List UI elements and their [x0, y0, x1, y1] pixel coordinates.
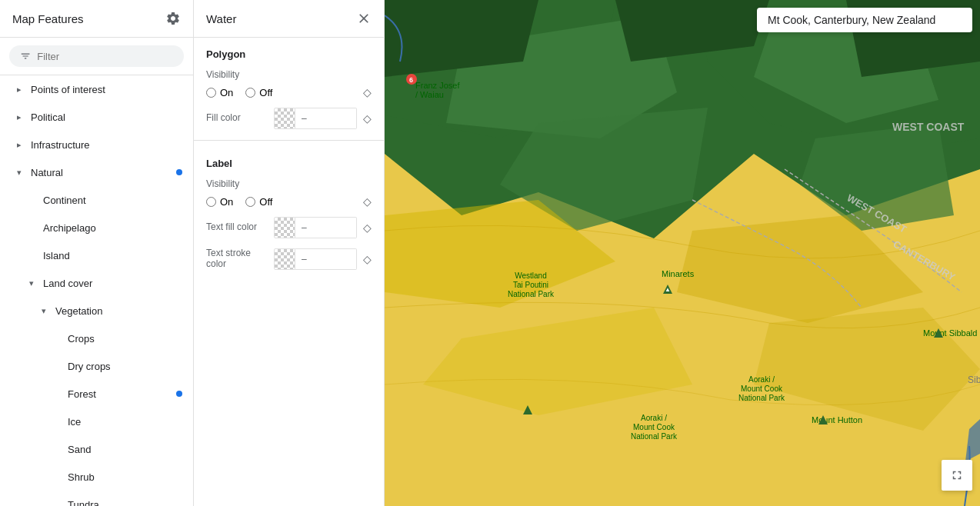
polygon-on-label: On: [220, 87, 233, 98]
sidebar-item-vegetation[interactable]: ▾Vegetation: [0, 297, 193, 325]
sidebar-item-label: Natural: [31, 167, 63, 178]
sidebar-item-land-cover[interactable]: ▾Land cover: [0, 269, 193, 297]
sidebar-item-label: Island: [43, 250, 70, 261]
sidebar-item-island[interactable]: Island: [0, 241, 193, 269]
svg-text:6: 6: [409, 76, 413, 84]
spacer: [49, 442, 63, 456]
sidebar-item-political[interactable]: ▸Political: [0, 103, 193, 131]
sidebar-item-label: Crops: [68, 333, 95, 345]
filter-input-wrap[interactable]: [9, 45, 184, 67]
label-off-label: Off: [259, 196, 272, 208]
svg-text:Aoraki /: Aoraki /: [748, 375, 775, 384]
sidebar-item-label: Infrastructure: [31, 139, 90, 151]
text-stroke-swatch[interactable]: –: [274, 248, 357, 270]
svg-text:/ Waiau: / Waiau: [415, 90, 444, 99]
text-fill-value: –: [295, 217, 357, 238]
sidebar-item-label: Land cover: [43, 278, 92, 289]
text-fill-diamond[interactable]: ◇: [363, 221, 372, 234]
sidebar-item-infrastructure[interactable]: ▸Infrastructure: [0, 131, 193, 158]
svg-text:Mount Cook: Mount Cook: [741, 384, 783, 393]
polygon-off-radio[interactable]: Off: [245, 87, 272, 98]
polygon-visibility-diamond[interactable]: ◇: [363, 86, 372, 98]
sidebar-item-crops[interactable]: Crops: [0, 325, 193, 352]
svg-text:Mount Cook: Mount Cook: [633, 423, 675, 431]
polygon-fill-diamond[interactable]: ◇: [363, 112, 372, 125]
polygon-visibility-label: Visibility: [206, 69, 372, 80]
chevron-down-icon: ▾: [25, 276, 38, 290]
chevron-right-icon: ▸: [12, 138, 26, 151]
svg-text:Mount Sibbald: Mount Sibbald: [923, 328, 977, 338]
polygon-fill-color-label: Fill color: [206, 112, 241, 123]
filter-bar: [0, 38, 193, 75]
label-visibility-label: Visibility: [206, 178, 372, 189]
svg-text:National Park: National Park: [631, 432, 678, 441]
gear-icon: [165, 11, 181, 26]
sidebar-item-label: Ice: [68, 416, 81, 428]
sidebar: Map Features ▸Points of interest▸Politic…: [0, 0, 194, 506]
text-fill-swatch[interactable]: –: [274, 217, 357, 238]
active-dot: [176, 391, 182, 397]
sidebar-item-label: Political: [31, 112, 65, 123]
label-on-input[interactable]: [206, 197, 216, 207]
chevron-down-icon: ▾: [12, 165, 26, 179]
chevron-right-icon: ▸: [12, 82, 26, 96]
sidebar-item-label: Sand: [68, 444, 91, 455]
polygon-visibility-row: Visibility On Off ◇: [194, 65, 384, 103]
sidebar-item-sand[interactable]: Sand: [0, 435, 193, 463]
polygon-on-input[interactable]: [206, 88, 216, 98]
gear-button[interactable]: [165, 11, 181, 26]
label-on-label: On: [220, 196, 233, 208]
fullscreen-button[interactable]: [942, 460, 972, 491]
water-panel: Water Polygon Visibility On Off ◇: [194, 0, 385, 506]
sidebar-item-archipelago[interactable]: Archipelago: [0, 214, 193, 241]
sidebar-title: Map Features: [12, 12, 84, 25]
polygon-section-title: Polygon: [194, 38, 384, 65]
spacer: [49, 331, 63, 345]
svg-text:National Park: National Park: [738, 394, 785, 402]
text-stroke-diamond[interactable]: ◇: [363, 253, 372, 265]
nav-list: ▸Points of interest▸Political▸Infrastruc…: [0, 75, 193, 506]
sidebar-item-tundra[interactable]: Tundra: [0, 491, 193, 506]
label-on-radio[interactable]: On: [206, 196, 233, 208]
svg-text:Aoraki /: Aoraki /: [641, 414, 667, 422]
sidebar-item-natural[interactable]: ▾Natural: [0, 158, 193, 186]
polygon-fill-checker: [274, 108, 295, 129]
spacer: [49, 387, 63, 401]
label-visibility-radios: On Off: [206, 196, 272, 208]
text-fill-color-label: Text fill color: [206, 221, 257, 232]
polygon-on-radio[interactable]: On: [206, 87, 233, 98]
label-off-radio[interactable]: Off: [245, 196, 272, 208]
map-area: WEST COAST WEST COAST CANTERBURY WEST CO…: [385, 0, 980, 506]
sidebar-item-continent[interactable]: Continent: [0, 186, 193, 214]
polygon-off-input[interactable]: [245, 88, 255, 98]
sidebar-item-forest[interactable]: Forest: [0, 380, 193, 408]
text-stroke-color-row: Text stroke color – ◇: [194, 243, 384, 275]
sidebar-item-label: Continent: [43, 195, 86, 206]
sidebar-item-label: Vegetation: [55, 305, 102, 317]
spacer: [49, 414, 63, 428]
search-value: Mt Cook, Canterbury, New Zealand: [768, 14, 935, 26]
spacer: [25, 248, 38, 262]
sidebar-item-label: Archipelago: [43, 222, 96, 234]
text-stroke-color-label: Text stroke color: [206, 248, 266, 269]
sidebar-item-shrub[interactable]: Shrub: [0, 463, 193, 491]
close-button[interactable]: [356, 11, 372, 26]
sidebar-item-ice[interactable]: Ice: [0, 408, 193, 435]
chevron-down-icon: ▾: [37, 304, 51, 318]
spacer: [25, 193, 38, 207]
filter-input[interactable]: [37, 51, 173, 62]
sidebar-item-dry-crops[interactable]: Dry crops: [0, 352, 193, 380]
spacer: [49, 470, 63, 484]
polygon-fill-value: –: [295, 108, 357, 129]
text-stroke-checker: [274, 248, 295, 270]
label-visibility-diamond[interactable]: ◇: [363, 195, 372, 208]
label-off-input[interactable]: [245, 197, 255, 207]
text-stroke-value: –: [295, 248, 357, 270]
label-visibility-row: Visibility On Off ◇: [194, 174, 384, 212]
search-bar: Mt Cook, Canterbury, New Zealand: [757, 8, 972, 32]
sidebar-item-label: Tundra: [68, 499, 99, 507]
sidebar-item-points-of-interest[interactable]: ▸Points of interest: [0, 75, 193, 103]
panel-header: Water: [194, 0, 384, 38]
sidebar-item-label: Dry crops: [68, 361, 111, 372]
polygon-fill-swatch[interactable]: –: [274, 108, 357, 129]
